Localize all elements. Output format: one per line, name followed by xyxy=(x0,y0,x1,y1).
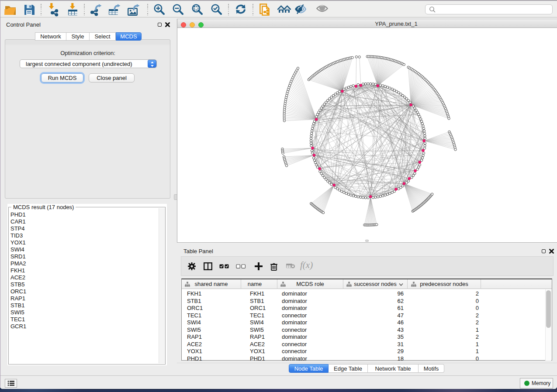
svg-text:f(x): f(x) xyxy=(300,261,313,270)
